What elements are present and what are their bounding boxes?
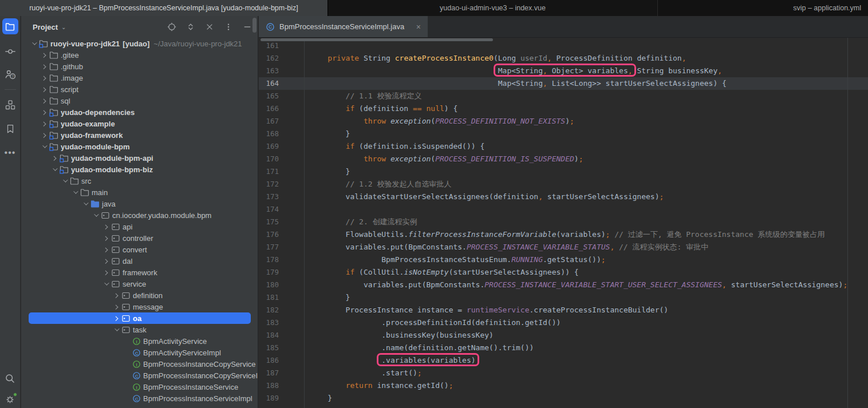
tree-item-src[interactable]: src bbox=[21, 175, 258, 187]
bookmarks-icon[interactable] bbox=[2, 121, 18, 137]
line-number[interactable]: 162 bbox=[259, 52, 305, 65]
chevron-down-icon[interactable] bbox=[60, 176, 69, 185]
tree-item-message[interactable]: message bbox=[21, 301, 258, 312]
chevron-right-icon[interactable] bbox=[39, 119, 49, 128]
line-number[interactable]: 179 bbox=[259, 266, 305, 279]
line-number[interactable]: 184 bbox=[259, 329, 305, 342]
chevron-right-icon[interactable] bbox=[101, 256, 111, 266]
line-number[interactable]: 174 bbox=[259, 203, 305, 216]
line-number[interactable]: 165 bbox=[259, 90, 305, 102]
chevron-down-icon[interactable] bbox=[80, 199, 90, 208]
tree-item-BpmProcessInstanceCopyService[interactable]: IBpmProcessInstanceCopyService bbox=[21, 358, 258, 370]
code-with-me-icon[interactable]: ? bbox=[2, 66, 18, 82]
line-number[interactable]: 181 bbox=[259, 291, 305, 304]
line-number[interactable]: 190 bbox=[259, 405, 305, 408]
line-number[interactable]: 173 bbox=[259, 191, 305, 203]
chevron-right-icon[interactable] bbox=[101, 268, 111, 277]
select-opened-file-icon[interactable] bbox=[167, 22, 176, 31]
project-tool-icon[interactable] bbox=[2, 18, 18, 34]
chevron-down-icon[interactable]: ⌄ bbox=[61, 24, 66, 30]
chevron-down-icon[interactable] bbox=[39, 142, 49, 151]
expand-icon[interactable] bbox=[186, 22, 195, 31]
tree-item-framework[interactable]: framework bbox=[21, 267, 258, 278]
line-number[interactable]: 176 bbox=[259, 228, 305, 241]
chevron-down-icon[interactable] bbox=[49, 165, 59, 174]
chevron-right-icon[interactable] bbox=[39, 62, 49, 71]
line-number[interactable]: 169 bbox=[259, 140, 305, 153]
tree-item-dal[interactable]: dal bbox=[21, 255, 258, 267]
tab-close-icon[interactable]: × bbox=[416, 23, 421, 31]
tree-item-ruoyi-vue-pro-jdk21[interactable]: ruoyi-vue-pro-jdk21[yudao]~/Java/ruoyi-v… bbox=[21, 38, 258, 49]
tree-item-BpmActivityService[interactable]: IBpmActivityService bbox=[21, 335, 258, 347]
chevron-right-icon[interactable] bbox=[49, 153, 59, 163]
code-editor[interactable]: 161162 private String createProcessInsta… bbox=[259, 38, 868, 408]
line-number[interactable]: 183 bbox=[259, 316, 305, 329]
tree-item-script[interactable]: script bbox=[21, 84, 258, 95]
tree-item-.github[interactable]: .github bbox=[21, 61, 258, 72]
horizontal-scrollbar-thumb[interactable] bbox=[261, 38, 493, 41]
line-number[interactable]: 172 bbox=[259, 178, 305, 191]
chevron-right-icon[interactable] bbox=[39, 85, 49, 94]
structure-icon[interactable] bbox=[2, 97, 18, 113]
line-number[interactable]: 164 bbox=[259, 77, 305, 90]
search-everywhere-icon[interactable] bbox=[2, 370, 18, 386]
tree-item-convert[interactable]: convert bbox=[21, 244, 258, 255]
line-number[interactable]: 185 bbox=[259, 342, 305, 354]
tree-item-sql[interactable]: sql bbox=[21, 95, 258, 106]
tree-item-task[interactable]: task bbox=[21, 324, 258, 335]
tree-item-yudao-module-bpm[interactable]: yudao-module-bpm bbox=[21, 141, 258, 152]
line-number[interactable]: 161 bbox=[259, 39, 305, 52]
line-number[interactable]: 171 bbox=[259, 165, 305, 178]
chevron-right-icon[interactable] bbox=[39, 50, 49, 60]
line-number[interactable]: 170 bbox=[259, 153, 305, 165]
tree-item-BpmProcessInstanceService[interactable]: IBpmProcessInstanceService bbox=[21, 381, 258, 393]
editor-tab-active[interactable]: C BpmProcessInstanceServiceImpl.java × bbox=[259, 16, 428, 37]
chevron-right-icon[interactable] bbox=[111, 314, 121, 323]
tree-scrollbar-thumb[interactable] bbox=[252, 18, 257, 33]
tree-item-BpmProcessInstanceCopyServiceImpl[interactable]: CBpmProcessInstanceCopyServiceImpl bbox=[21, 370, 258, 381]
commit-icon[interactable] bbox=[2, 43, 18, 60]
tree-item-java[interactable]: java bbox=[21, 198, 258, 209]
tree-item-yudao-dependencies[interactable]: yudao-dependencies bbox=[21, 106, 258, 118]
line-number[interactable]: 182 bbox=[259, 304, 305, 316]
tree-item-main[interactable]: main bbox=[21, 187, 258, 198]
chevron-right-icon[interactable] bbox=[111, 302, 121, 311]
chevron-right-icon[interactable] bbox=[39, 73, 49, 82]
hide-panel-icon[interactable] bbox=[243, 22, 252, 31]
line-number[interactable]: 178 bbox=[259, 253, 305, 266]
chevron-right-icon[interactable] bbox=[101, 245, 111, 254]
tree-item-cn.iocoder.yudao.module.bpm[interactable]: cn.iocoder.yudao.module.bpm bbox=[21, 209, 258, 221]
line-number[interactable]: 177 bbox=[259, 241, 305, 253]
settings-gear-icon[interactable] bbox=[2, 391, 18, 407]
tree-item-.image[interactable]: .image bbox=[21, 72, 258, 84]
line-number[interactable]: 180 bbox=[259, 279, 305, 291]
line-number[interactable]: 175 bbox=[259, 216, 305, 228]
tree-item-controller[interactable]: controller bbox=[21, 232, 258, 244]
tree-item-BpmActivityServiceImpl[interactable]: CBpmActivityServiceImpl bbox=[21, 347, 258, 358]
line-number[interactable]: 187 bbox=[259, 367, 305, 379]
project-panel-title[interactable]: Project bbox=[33, 23, 58, 31]
options-kebab-icon[interactable] bbox=[224, 22, 233, 31]
chevron-down-icon[interactable] bbox=[101, 279, 111, 288]
collapse-all-icon[interactable] bbox=[205, 22, 214, 31]
chevron-right-icon[interactable] bbox=[39, 96, 49, 105]
chevron-right-icon[interactable] bbox=[101, 233, 111, 243]
tree-item-yudao-module-bpm-api[interactable]: yudao-module-bpm-api bbox=[21, 152, 258, 164]
line-number[interactable]: 188 bbox=[259, 379, 305, 392]
chevron-right-icon[interactable] bbox=[39, 130, 49, 140]
line-number[interactable]: 168 bbox=[259, 128, 305, 140]
chevron-right-icon[interactable] bbox=[101, 222, 111, 231]
chevron-down-icon[interactable] bbox=[29, 39, 38, 48]
line-number[interactable]: 189 bbox=[259, 392, 305, 405]
line-number[interactable]: 186 bbox=[259, 354, 305, 367]
chevron-right-icon[interactable] bbox=[111, 291, 121, 300]
tree-item-.gitee[interactable]: .gitee bbox=[21, 49, 258, 61]
tree-item-api[interactable]: api bbox=[21, 221, 258, 232]
chevron-right-icon[interactable] bbox=[39, 108, 49, 117]
more-tool-windows-icon[interactable]: ••• bbox=[2, 145, 18, 161]
line-number[interactable]: 166 bbox=[259, 102, 305, 115]
chevron-down-icon[interactable] bbox=[111, 325, 121, 334]
tree-item-service[interactable]: service bbox=[21, 278, 258, 290]
chevron-down-icon[interactable] bbox=[70, 188, 80, 197]
tree-item-oa[interactable]: oa bbox=[21, 312, 258, 324]
